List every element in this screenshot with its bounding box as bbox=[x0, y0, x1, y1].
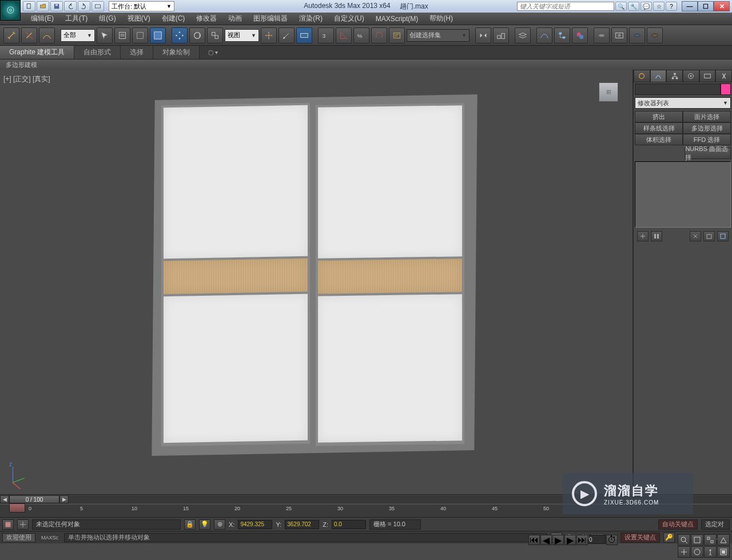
window-crossing-icon[interactable] bbox=[150, 27, 166, 43]
ribbon-panel-polymodel[interactable]: 多边形建模 bbox=[0, 61, 43, 69]
menu-maxscript[interactable]: MAXScript(M) bbox=[370, 13, 424, 25]
mod-btn-ffd-select[interactable]: FFD 选择 bbox=[683, 134, 731, 145]
favorites-icon[interactable]: ☆ bbox=[653, 2, 665, 11]
render-production-icon[interactable] bbox=[629, 27, 645, 43]
render-setup-icon[interactable] bbox=[594, 27, 610, 43]
menu-rendering[interactable]: 渲染(R) bbox=[293, 13, 328, 25]
selection-filter-dropdown[interactable]: 全部▼ bbox=[61, 29, 95, 42]
material-editor-icon[interactable] bbox=[572, 27, 588, 43]
modifier-stack[interactable] bbox=[635, 161, 731, 228]
close-button[interactable]: ✕ bbox=[714, 1, 730, 11]
create-tab-icon[interactable] bbox=[634, 70, 650, 82]
show-end-result-icon[interactable] bbox=[651, 231, 662, 241]
tool-icon[interactable]: 🔧 bbox=[628, 2, 639, 11]
prev-frame-icon[interactable]: ◀ bbox=[540, 535, 552, 545]
ribbon-collapse-button[interactable]: ▢ ▾ bbox=[204, 46, 221, 59]
zoom-icon[interactable] bbox=[678, 534, 690, 546]
snap-toggle-icon[interactable]: 3 bbox=[318, 27, 334, 43]
orbit-icon[interactable] bbox=[691, 546, 703, 558]
remove-modifier-icon[interactable] bbox=[703, 231, 715, 241]
max-viewport-icon[interactable] bbox=[717, 546, 730, 558]
percent-snap-icon[interactable]: % bbox=[353, 27, 369, 43]
mod-btn-poly-select[interactable]: 多边形选择 bbox=[683, 122, 731, 134]
fov-icon[interactable] bbox=[717, 534, 730, 546]
make-unique-icon[interactable] bbox=[690, 231, 701, 241]
select-by-name-icon[interactable] bbox=[114, 27, 130, 43]
lock-selection-icon[interactable]: 🔒 bbox=[184, 519, 196, 530]
time-config-icon[interactable]: ⏱ bbox=[606, 535, 618, 545]
configure-sets-icon[interactable] bbox=[717, 231, 729, 241]
auto-key-button[interactable]: 自动关键点 bbox=[658, 519, 698, 530]
modifier-list-dropdown[interactable]: 修改器列表 ▼ bbox=[635, 97, 731, 109]
minimize-button[interactable]: — bbox=[682, 1, 698, 11]
qat-new-icon[interactable] bbox=[23, 1, 35, 11]
render-iterative-icon[interactable] bbox=[647, 27, 663, 43]
help-icon[interactable]: ? bbox=[666, 2, 677, 11]
keyboard-shortcut-icon[interactable] bbox=[296, 27, 312, 43]
viewport-label[interactable]: [+] [正交] [真实] bbox=[3, 74, 50, 84]
next-frame-icon[interactable]: ▶ bbox=[564, 535, 576, 545]
mod-btn-extrude[interactable]: 挤出 bbox=[635, 111, 683, 122]
qat-undo-icon[interactable] bbox=[64, 1, 77, 11]
maxscript-mini-icon[interactable] bbox=[2, 519, 14, 530]
isolate-icon[interactable]: 💡 bbox=[199, 519, 210, 530]
motion-tab-icon[interactable] bbox=[683, 70, 699, 82]
zoom-all-icon[interactable] bbox=[691, 534, 703, 546]
absolute-transform-icon[interactable]: ⊕ bbox=[214, 519, 225, 530]
app-menu-button[interactable]: ⦾ bbox=[0, 0, 21, 21]
qat-save-icon[interactable] bbox=[50, 1, 63, 11]
search-icon[interactable]: 🔍 bbox=[615, 2, 627, 11]
bind-icon[interactable] bbox=[39, 27, 55, 43]
modify-tab-icon[interactable] bbox=[650, 70, 667, 82]
select-move-icon[interactable] bbox=[172, 27, 188, 43]
x-coord-input[interactable] bbox=[238, 520, 272, 529]
hierarchy-tab-icon[interactable] bbox=[666, 70, 683, 82]
select-object-icon[interactable] bbox=[97, 27, 113, 43]
schematic-view-icon[interactable] bbox=[554, 27, 570, 43]
object-color-swatch[interactable] bbox=[721, 84, 731, 95]
mod-btn-vol-select[interactable]: 体积选择 bbox=[635, 134, 683, 145]
play-icon[interactable]: ▶ bbox=[552, 535, 564, 545]
menu-create[interactable]: 创建(C) bbox=[156, 13, 191, 25]
curve-editor-icon[interactable] bbox=[536, 27, 552, 43]
time-ruler-handle[interactable] bbox=[9, 503, 25, 513]
ref-coord-dropdown[interactable]: 视图▼ bbox=[225, 29, 259, 42]
set-key-button[interactable]: 设置关键点 bbox=[620, 533, 660, 543]
ribbon-tab-selection[interactable]: 选择 bbox=[121, 46, 153, 59]
pan-icon[interactable] bbox=[678, 546, 690, 558]
menu-customize[interactable]: 自定义(U) bbox=[328, 13, 370, 25]
mod-btn-nurbs[interactable]: NURBS 曲面选择 bbox=[685, 148, 731, 159]
goto-end-icon[interactable]: ⏭ bbox=[576, 535, 588, 545]
y-coord-input[interactable] bbox=[285, 520, 319, 529]
qat-open-icon[interactable] bbox=[37, 1, 49, 11]
search-input[interactable] bbox=[517, 2, 614, 11]
menu-views[interactable]: 视图(V) bbox=[122, 13, 156, 25]
current-frame-input[interactable] bbox=[588, 535, 606, 544]
ribbon-tab-graphite[interactable]: Graphite 建模工具 bbox=[0, 46, 74, 59]
z-coord-input[interactable] bbox=[332, 520, 366, 529]
menu-edit[interactable]: 编辑(E) bbox=[25, 13, 59, 25]
display-tab-icon[interactable] bbox=[699, 70, 716, 82]
menu-graph-editors[interactable]: 图形编辑器 bbox=[248, 13, 293, 25]
align-icon[interactable] bbox=[493, 27, 509, 43]
qat-project-icon[interactable] bbox=[92, 1, 104, 11]
named-selection-dropdown[interactable]: 创建选择集▼ bbox=[407, 29, 470, 42]
qat-redo-icon[interactable] bbox=[78, 1, 90, 11]
pin-stack-icon[interactable] bbox=[637, 231, 649, 241]
goto-start-icon[interactable]: ⏮ bbox=[528, 535, 540, 545]
spinner-snap-icon[interactable] bbox=[371, 27, 387, 43]
select-rotate-icon[interactable] bbox=[189, 27, 205, 43]
ribbon-tab-paint[interactable]: 对象绘制 bbox=[153, 46, 200, 59]
layer-manager-icon[interactable] bbox=[515, 27, 531, 43]
mirror-icon[interactable] bbox=[475, 27, 491, 43]
pivot-center-icon[interactable] bbox=[261, 27, 277, 43]
selection-lock[interactable]: 选定对 bbox=[701, 519, 730, 530]
ribbon-tab-freeform[interactable]: 自由形式 bbox=[74, 46, 121, 59]
utilities-tab-icon[interactable] bbox=[715, 70, 732, 82]
mod-btn-patch-select[interactable]: 面片选择 bbox=[683, 111, 731, 122]
menu-modifiers[interactable]: 修改器 bbox=[190, 13, 222, 25]
unlink-icon[interactable] bbox=[21, 27, 37, 43]
menu-help[interactable]: 帮助(H) bbox=[424, 13, 459, 25]
menu-group[interactable]: 组(G) bbox=[93, 13, 121, 25]
time-slider-label[interactable]: 0 / 100 bbox=[9, 495, 59, 503]
